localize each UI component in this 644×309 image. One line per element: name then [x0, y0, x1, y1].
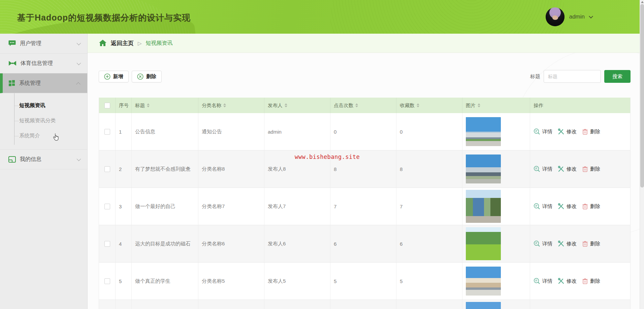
action-delete-link[interactable]: 删除 [582, 166, 600, 172]
action-detail-link[interactable]: 详情 [534, 128, 552, 135]
cell-publisher: 发布人5 [264, 263, 330, 300]
cell-category: 分类名称7 [198, 188, 264, 225]
breadcrumb-separator-icon: ▷ [138, 40, 142, 46]
cell-no: 4 [116, 225, 132, 262]
action-edit-link[interactable]: 修改 [558, 203, 577, 210]
action-edit-link[interactable]: 修改 [558, 166, 577, 172]
delete-button[interactable]: 删除 [132, 71, 162, 82]
cell-clicks: 5 [330, 263, 396, 300]
edit-icon [558, 166, 565, 172]
col-header-clicks[interactable]: 点击次数 [330, 98, 396, 113]
sidebar-item-my-info[interactable]: 我的信息 [0, 149, 87, 169]
checkbox-cell [99, 263, 116, 300]
checkbox-cell [99, 300, 116, 309]
chevron-down-icon [77, 61, 81, 65]
row-checkbox[interactable] [104, 129, 110, 135]
sidebar-item-sports-info-management[interactable]: 体育信息管理 [0, 54, 87, 73]
cell-publisher: admin [264, 113, 330, 150]
sort-icon[interactable] [223, 103, 226, 107]
sort-icon[interactable] [417, 103, 419, 107]
add-button-label: 新增 [113, 73, 123, 80]
subitem-label: 短视频资讯分类 [19, 117, 56, 124]
subitem-label: 短视频资讯 [19, 102, 45, 109]
col-header-category[interactable]: 分类名称 [198, 98, 264, 113]
scrollbar[interactable] [640, 0, 644, 309]
checkbox-cell [99, 188, 116, 225]
col-header-publisher[interactable]: 发布人 [264, 98, 330, 113]
search-input[interactable] [544, 70, 601, 83]
col-header-image[interactable]: 图片 [462, 98, 530, 113]
sidebar-subitem-system-intro[interactable]: 系统简介 [0, 128, 87, 143]
edit-icon [558, 278, 565, 284]
cell-publisher: 发布人6 [264, 225, 330, 262]
sidebar-item-label: 体育信息管理 [21, 60, 53, 67]
scrollbar-up-arrow-icon[interactable] [641, 1, 644, 3]
sort-icon[interactable] [478, 103, 480, 107]
sort-icon[interactable] [355, 103, 358, 107]
avatar[interactable] [546, 7, 565, 26]
row-checkbox[interactable] [104, 166, 110, 172]
scrollbar-thumb[interactable] [640, 4, 644, 187]
search-button[interactable]: 搜索 [604, 70, 631, 83]
action-edit-link[interactable]: 修改 [558, 240, 577, 247]
app-title: 基于Hadoop的短视频数据分析的设计与实现 [17, 12, 191, 23]
action-detail-link[interactable]: 详情 [534, 166, 552, 172]
sidebar-subitem-video-news-category[interactable]: 短视频资讯分类 [0, 113, 87, 128]
col-header-title[interactable]: 标题 [132, 98, 198, 113]
col-header-favorites[interactable]: 收藏数 [396, 98, 462, 113]
cell-actions: 详情 修改 删除 [530, 263, 631, 300]
cell-favorites: 7 [396, 188, 462, 225]
comment-icon [8, 40, 16, 47]
sidebar-item-label: 我的信息 [20, 156, 41, 163]
sidebar-item-user-management[interactable]: 用户管理 [0, 34, 87, 54]
table-row: 5 做个真正的学生 分类名称5 发布人5 5 5 详情 [99, 263, 630, 300]
cell-no: 3 [116, 188, 132, 225]
cell-title: 做个真正的学生 [132, 263, 198, 300]
sidebar-subitem-video-news[interactable]: 短视频资讯 [0, 98, 87, 113]
action-delete-link[interactable]: 删除 [582, 278, 600, 284]
breadcrumb: 返回主页 ▷ 短视频资讯 [88, 34, 640, 53]
table-row: 3 做一个最好的自己 分类名称7 发布人7 7 7 详情 [99, 188, 630, 225]
edit-icon [558, 240, 565, 247]
sort-icon[interactable] [285, 103, 287, 107]
table-row [99, 300, 630, 309]
action-delete-link[interactable]: 删除 [582, 240, 600, 247]
cell-favorites: 8 [396, 150, 462, 187]
row-checkbox[interactable] [104, 204, 110, 209]
action-edit-link[interactable]: 修改 [558, 128, 577, 135]
sidebar: 用户管理 体育信息管理 系统管理 短视频资讯 短视频资 [0, 34, 88, 309]
system-management-submenu: 短视频资讯 短视频资讯分类 系统简介 [0, 93, 87, 149]
cell-actions: 详情 修改 删除 [530, 150, 631, 187]
table-header-row: 序号 标题 分类名称 发布人 点击次数 收藏数 图片 操作 [99, 98, 630, 113]
sort-icon[interactable] [147, 103, 150, 107]
cell-clicks: 6 [330, 225, 396, 262]
grid-icon [8, 80, 15, 87]
select-all-checkbox[interactable] [104, 103, 110, 108]
action-delete-link[interactable]: 删除 [582, 203, 600, 210]
cell-category [198, 300, 264, 309]
table-row: 1 公告信息 通知公告 admin 0 0 详情 [99, 113, 630, 150]
sidebar-item-system-management[interactable]: 系统管理 [0, 73, 87, 93]
username: admin [569, 13, 585, 20]
user-menu[interactable]: admin [546, 7, 592, 26]
row-checkbox[interactable] [104, 278, 110, 284]
detail-icon [534, 128, 540, 135]
action-detail-link[interactable]: 详情 [534, 278, 552, 284]
row-checkbox[interactable] [104, 241, 110, 247]
action-detail-link[interactable]: 详情 [534, 203, 552, 210]
toolbar: 新增 删除 标题 搜索 [99, 70, 631, 83]
breadcrumb-current: 短视频资讯 [146, 40, 173, 47]
thumbnail-image [466, 117, 501, 146]
home-icon[interactable] [99, 39, 107, 47]
action-edit-link[interactable]: 修改 [558, 278, 577, 284]
cell-publisher [264, 300, 330, 309]
card-icon [8, 156, 16, 163]
cell-actions: 详情 修改 删除 [530, 225, 631, 262]
action-delete-link[interactable]: 删除 [582, 128, 600, 135]
thumbnail-image [466, 267, 501, 296]
action-detail-link[interactable]: 详情 [534, 240, 552, 247]
thumbnail-image [466, 154, 501, 183]
add-button[interactable]: 新增 [99, 71, 129, 82]
breadcrumb-home-link[interactable]: 返回主页 [111, 39, 134, 47]
search-label: 标题 [530, 73, 540, 80]
